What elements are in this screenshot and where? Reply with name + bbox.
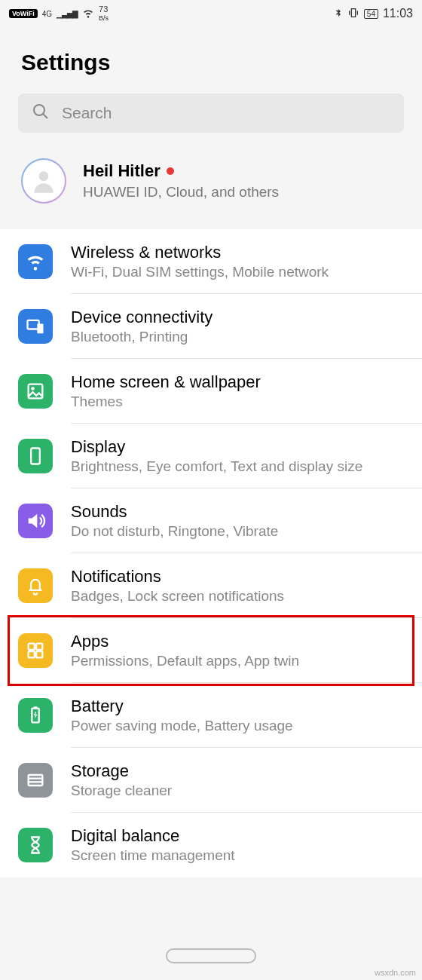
- list-item[interactable]: Display Brightness, Eye comfort, Text an…: [0, 424, 422, 488]
- item-title: Battery: [71, 697, 422, 716]
- svg-rect-13: [34, 706, 38, 708]
- svg-point-0: [34, 105, 44, 115]
- svg-point-2: [39, 171, 49, 181]
- list-item[interactable]: Device connectivity Bluetooth, Printing: [0, 294, 422, 359]
- item-text: Wireless & networks Wi-Fi, Dual SIM sett…: [71, 243, 422, 280]
- vibrate-icon: [347, 7, 359, 21]
- clock: 11:03: [383, 7, 413, 20]
- item-title: Apps: [71, 632, 422, 651]
- vowifi-badge: VoWiFi: [9, 9, 38, 18]
- item-text: Digital balance Screen time management: [71, 826, 422, 864]
- list-item[interactable]: Apps Permissions, Default apps, App twin: [0, 618, 422, 683]
- nav-pill[interactable]: [166, 948, 256, 963]
- item-text: Notifications Badges, Lock screen notifi…: [71, 567, 422, 605]
- wifi-icon: [18, 244, 53, 279]
- account-text: Heil Hitler HUAWEI ID, Cloud, and others: [83, 161, 401, 201]
- item-sub: Screen time management: [71, 847, 422, 864]
- devices-icon: [18, 309, 53, 344]
- avatar: [21, 158, 66, 204]
- item-title: Wireless & networks: [71, 243, 422, 262]
- bluetooth-icon: [334, 7, 343, 21]
- search-placeholder: Search: [62, 104, 112, 122]
- item-text: Display Brightness, Eye comfort, Text an…: [71, 437, 422, 475]
- wifi-small-icon: [82, 7, 94, 21]
- svg-rect-14: [29, 775, 43, 786]
- item-text: Device connectivity Bluetooth, Printing: [71, 308, 422, 345]
- svg-rect-4: [37, 324, 43, 334]
- svg-rect-5: [29, 384, 43, 399]
- status-bar: VoWiFi 4G ▁▃▅▇ 73B/s 54 11:03: [0, 0, 422, 27]
- list-item[interactable]: Wireless & networks Wi-Fi, Dual SIM sett…: [0, 229, 422, 294]
- page-title: Settings: [0, 27, 422, 93]
- apps-icon: [18, 633, 53, 668]
- account-row[interactable]: Heil Hitler HUAWEI ID, Cloud, and others: [0, 143, 422, 222]
- item-text: Home screen & wallpaper Themes: [71, 372, 422, 410]
- item-text: Battery Power saving mode, Battery usage: [71, 697, 422, 734]
- account-name-label: Heil Hitler: [83, 161, 161, 181]
- item-title: Notifications: [71, 567, 422, 586]
- notification-dot-icon: [167, 167, 174, 175]
- status-right: 54 11:03: [334, 7, 413, 21]
- svg-rect-7: [31, 449, 40, 464]
- list-item[interactable]: Home screen & wallpaper Themes: [0, 359, 422, 424]
- svg-rect-11: [36, 651, 42, 657]
- settings-list: Wireless & networks Wi-Fi, Dual SIM sett…: [0, 229, 422, 877]
- speed-indicator: 73B/s: [99, 5, 109, 22]
- watermark: wsxdn.com: [375, 968, 416, 977]
- list-item[interactable]: Storage Storage cleaner: [0, 748, 422, 813]
- account-sub: HUAWEI ID, Cloud, and others: [83, 184, 401, 201]
- list-item[interactable]: Battery Power saving mode, Battery usage: [0, 683, 422, 748]
- item-title: Home screen & wallpaper: [71, 372, 422, 392]
- item-sub: Bluetooth, Printing: [71, 329, 422, 345]
- item-text: Apps Permissions, Default apps, App twin: [71, 632, 422, 669]
- home-wallpaper-icon: [18, 374, 53, 409]
- digital-balance-icon: [18, 828, 53, 862]
- cellular-icon: 4G: [42, 10, 52, 18]
- list-item[interactable]: Sounds Do not disturb, Ringtone, Vibrate: [0, 488, 422, 553]
- svg-rect-8: [29, 644, 35, 650]
- search-bar[interactable]: Search: [18, 93, 404, 133]
- item-sub: Brightness, Eye comfort, Text and displa…: [71, 458, 422, 475]
- item-title: Sounds: [71, 502, 422, 522]
- battery-indicator: 54: [364, 9, 378, 19]
- item-sub: Power saving mode, Battery usage: [71, 718, 422, 734]
- account-name: Heil Hitler: [83, 161, 401, 181]
- item-sub: Badges, Lock screen notifications: [71, 588, 422, 605]
- item-title: Digital balance: [71, 826, 422, 846]
- item-sub: Do not disturb, Ringtone, Vibrate: [71, 523, 422, 540]
- sounds-icon: [18, 504, 53, 538]
- item-text: Sounds Do not disturb, Ringtone, Vibrate: [71, 502, 422, 540]
- status-left: VoWiFi 4G ▁▃▅▇ 73B/s: [9, 5, 109, 22]
- list-item[interactable]: Digital balance Screen time management: [0, 813, 422, 877]
- item-text: Storage Storage cleaner: [71, 761, 422, 799]
- svg-rect-10: [29, 651, 35, 657]
- item-sub: Permissions, Default apps, App twin: [71, 653, 422, 669]
- item-sub: Wi-Fi, Dual SIM settings, Mobile network: [71, 264, 422, 280]
- battery-icon: [18, 698, 53, 733]
- svg-point-6: [31, 387, 35, 390]
- item-title: Storage: [71, 761, 422, 781]
- storage-icon: [18, 763, 53, 798]
- search-icon: [32, 103, 50, 124]
- item-title: Display: [71, 437, 422, 457]
- item-sub: Themes: [71, 394, 422, 410]
- svg-line-1: [43, 114, 47, 118]
- signal-bars-icon: ▁▃▅▇: [57, 10, 78, 18]
- item-sub: Storage cleaner: [71, 782, 422, 799]
- list-item[interactable]: Notifications Badges, Lock screen notifi…: [0, 553, 422, 618]
- svg-rect-9: [36, 644, 42, 650]
- item-title: Device connectivity: [71, 308, 422, 327]
- display-icon: [18, 439, 53, 473]
- notifications-icon: [18, 568, 53, 603]
